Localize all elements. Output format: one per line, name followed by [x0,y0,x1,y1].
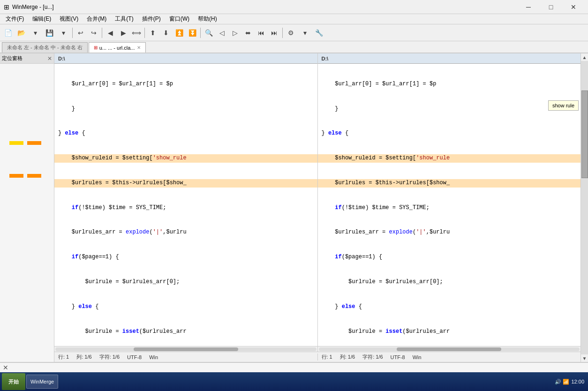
menu-plugins[interactable]: 插件(P) [138,14,165,24]
diff-marker-3 [9,174,23,178]
toolbar-options[interactable]: ⚙ [285,27,297,39]
scroll-track[interactable] [581,61,588,354]
show-rule-tooltip: show rule [548,100,579,111]
toolbar-compare-left[interactable]: ◁ [216,27,228,39]
toolbar-options-arrow[interactable]: ▾ [298,27,312,39]
table-row: if(!$time) $time = SYS_TIME; [54,204,317,212]
toolbar-tools2[interactable]: 🔧 [313,27,325,39]
table-row: if($page==1) { [54,253,317,262]
right-scrollbar-track[interactable] [319,347,580,351]
tab-url-close[interactable]: ✕ [137,45,141,50]
right-encoding: UTF-8 [391,354,405,360]
table-row: } else { [54,303,317,311]
right-status-panel: 行: 1 列: 1/6 字符: 1/6 UTF-8 Win [318,353,581,361]
left-scrollbar-thumb[interactable] [134,347,238,351]
table-row: $url_arr[0] = $url_arr[1] = $p [54,80,317,89]
toolbar-redo[interactable]: ↪ [88,27,100,39]
diff-marker-4 [27,174,41,178]
toolbar-compare-both[interactable]: ⬌ [242,27,254,39]
menu-bar: 文件(F) 编辑(E) 视图(V) 合并(M) 工具(T) 插件(P) 窗口(W… [0,14,588,24]
toolbar-sep3 [144,28,145,38]
right-code-lines: $url_arr[0] = $url_arr[1] = $p } } else … [318,64,581,346]
table-row: $urlrule = $urlrules_arr[0]; [54,278,317,286]
right-chars: 字符: 1/6 [362,353,383,361]
table-row: } else { [318,129,581,138]
bottom-close: ✕ [0,363,588,372]
code-panels: D:\ $url_arr[0] = $url_arr[1] = $p } } e… [54,53,580,352]
toolbar-new[interactable]: 📄 [2,27,14,39]
toolbar-next-diff[interactable]: ⬇ [160,27,172,39]
toolbar-next-conflict[interactable]: ⏬ [186,27,198,39]
menu-help[interactable]: 帮助(H) [194,14,221,24]
menu-file[interactable]: 文件(F) [2,14,28,24]
scroll-up-btn[interactable]: ▲ [581,53,588,61]
toolbar-compare[interactable]: 🔍 [203,27,215,39]
scroll-down-btn[interactable]: ▼ [581,354,588,362]
toolbar-prev-diff[interactable]: ⬆ [147,27,159,39]
menu-merge[interactable]: 合并(M) [83,14,110,24]
diff-marker-1 [9,141,23,145]
left-code-panel: D:\ $url_arr[0] = $url_arr[1] = $p } } e… [54,53,318,352]
location-panel-close-btn[interactable]: ✕ [47,55,52,62]
left-eol: Win [149,354,158,360]
close-button[interactable]: ✕ [563,0,584,14]
right-col: 列: 1/6 [340,353,355,361]
toolbar-merge-all[interactable]: ⟺ [130,27,143,39]
toolbar-save-arrow[interactable]: ▾ [56,27,70,39]
table-row: if(!$time) $time = SYS_TIME; [318,204,581,212]
left-scrollbar[interactable] [54,346,317,352]
menu-window[interactable]: 窗口(W) [166,14,193,24]
toolbar-compare-right[interactable]: ▷ [229,27,241,39]
toolbar-sep1 [72,28,73,38]
left-chars: 字符: 1/6 [99,353,120,361]
title-bar: ⊞ WinMerge - [u...] ─ □ ✕ [0,0,588,14]
right-path: D:\ [322,56,329,61]
tab-unnamed-label: 未命名 左 - 未命名 中 - 未命名 右 [7,44,83,51]
tab-unnamed[interactable]: 未命名 左 - 未命名 中 - 未命名 右 [2,42,88,53]
tray-icons: 🔊 📶 [555,379,569,385]
title-bar-controls: ─ □ ✕ [518,0,584,14]
left-encoding: UTF-8 [127,354,142,360]
workspace: 定位窗格 ✕ D:\ $url_arr[0] = $url_arr[1] = $… [0,53,588,362]
toolbar-undo[interactable]: ↩ [75,27,87,39]
toolbar-sep5 [282,28,283,38]
right-code-content[interactable]: $url_arr[0] = $url_arr[1] = $p } } else … [318,64,581,346]
bottom-close-btn[interactable]: ✕ [2,364,9,371]
toolbar: 📄 📂 ▾ 💾 ▾ ↩ ↪ ◀ ▶ ⟺ ⬆ ⬇ ⏫ ⏬ 🔍 ◁ ▷ ⬌ ⏮ ⏭ … [0,24,588,41]
tab-url[interactable]: ⊞ u... ... - url.cla... ✕ [89,42,146,53]
scroll-thumb[interactable] [581,90,588,179]
toolbar-copy-to-right[interactable]: ▶ [117,27,129,39]
menu-edit[interactable]: 编辑(E) [29,14,55,24]
table-row: } else { [54,129,317,138]
toolbar-copy-to-left[interactable]: ◀ [104,27,116,39]
left-code-content[interactable]: $url_arr[0] = $url_arr[1] = $p } } else … [54,64,317,346]
toolbar-save[interactable]: 💾 [43,27,55,39]
left-path: D:\ [58,56,65,61]
tab-url-label: u... ... - url.cla... [99,45,135,51]
toolbar-prev-conflict[interactable]: ⏫ [173,27,185,39]
taskbar: 开始 WinMerge 🔊 📶 12:00 [0,372,588,391]
left-code-header: D:\ [54,53,317,64]
menu-view[interactable]: 视图(V) [56,14,82,24]
minimize-button[interactable]: ─ [518,0,539,14]
vertical-scrollbar[interactable]: ▲ ▼ [580,53,588,362]
left-status-panel: 行: 1 列: 1/6 字符: 1/6 UTF-8 Win [54,353,318,361]
toolbar-open[interactable]: 📂 [15,27,27,39]
toolbar-open-arrow[interactable]: ▾ [28,27,42,39]
table-row: $urlrules_arr = explode('|',$urlru [54,228,317,237]
maximize-button[interactable]: □ [540,0,562,14]
toolbar-first-diff[interactable]: ⏮ [255,27,267,39]
taskbar-winmerge[interactable]: WinMerge [26,375,58,389]
title-bar-left: ⊞ WinMerge - [u...] [4,3,54,11]
left-scrollbar-track[interactable] [55,347,317,351]
status-bar: 行: 1 列: 1/6 字符: 1/6 UTF-8 Win 行: 1 列: 1/… [54,352,580,362]
start-button[interactable]: 开始 [2,373,25,390]
table-row: } [54,105,317,113]
toolbar-last-diff[interactable]: ⏭ [268,27,280,39]
menu-tools[interactable]: 工具(T) [111,14,137,24]
right-scrollbar-h[interactable] [318,346,581,352]
table-row: $urlrule = isset($urlrules_arr [318,328,581,336]
window-title: WinMerge - [u...] [12,4,54,10]
right-scrollbar-thumb[interactable] [397,347,501,351]
right-code-panel: D:\ $url_arr[0] = $url_arr[1] = $p } } e… [318,53,581,352]
